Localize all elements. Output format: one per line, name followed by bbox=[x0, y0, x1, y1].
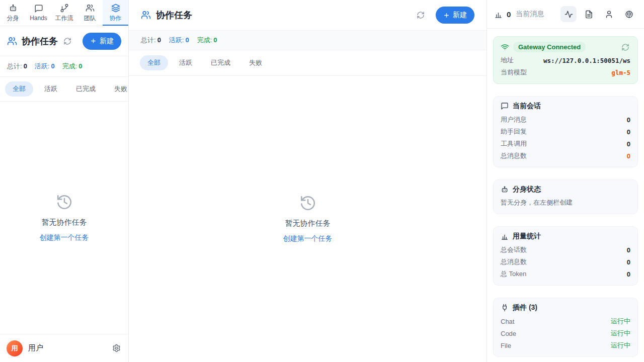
sidebar-filter-tabs: 全部 活跃 已完成 失败 bbox=[0, 77, 128, 102]
empty-message: 暂无协作任务 bbox=[42, 218, 87, 227]
right-panel-body: Gateway Connected 地址 ws://127.0.0.1:5005… bbox=[487, 29, 644, 362]
plugins-card-title: 插件 (3) bbox=[501, 303, 630, 312]
users-icon bbox=[141, 10, 151, 20]
message-count: 0 bbox=[507, 10, 511, 19]
session-row: 用户消息0 bbox=[501, 114, 630, 126]
message-count-label: 当前消息 bbox=[516, 10, 544, 19]
tab-active[interactable]: 活跃 bbox=[172, 55, 200, 70]
user-name: 用户 bbox=[28, 343, 43, 353]
new-task-label: 新建 bbox=[453, 11, 467, 20]
file-text-icon bbox=[585, 10, 593, 19]
history-icon bbox=[56, 194, 73, 218]
user-icon bbox=[605, 10, 613, 19]
current-session-card: 当前会话 用户消息0 助手回复0 工具调用0 总消息数0 bbox=[493, 96, 638, 167]
sidebar: 分身 Hands 工作流 团队 bbox=[0, 0, 129, 362]
session-row: 总消息数0 bbox=[501, 150, 630, 162]
nav-item-team[interactable]: 团队 bbox=[77, 0, 103, 26]
sidebar-refresh-button[interactable] bbox=[62, 36, 72, 46]
robot-icon bbox=[501, 186, 509, 194]
sidebar-task-list: 暂无协作任务 创建第一个任务 bbox=[0, 102, 128, 334]
sidebar-stats: 总计:0 活跃:0 完成:0 bbox=[0, 56, 128, 77]
nav-label: 协作 bbox=[110, 14, 122, 23]
sidebar-title: 协作任务 bbox=[22, 35, 58, 47]
avatar-status-card: 分身状态 暂无分身，在左侧栏创建 bbox=[493, 179, 638, 214]
brain-icon bbox=[625, 10, 633, 19]
tab-completed[interactable]: 已完成 bbox=[203, 55, 238, 70]
gateway-address-row: 地址 ws://127.0.0.1:50051/ws bbox=[501, 54, 630, 66]
user-tab-button[interactable] bbox=[601, 6, 617, 22]
main-content: 协作任务 新建 总计:0 活跃:0 完成:0 全部 活跃 已完成 失败 bbox=[129, 0, 487, 362]
logs-tab-button[interactable] bbox=[581, 6, 597, 22]
main-stats-bar: 总计:0 活跃:0 完成:0 bbox=[129, 31, 487, 50]
chat-bubble-icon bbox=[501, 102, 509, 110]
main-task-area: 暂无协作任务 创建第一个任务 bbox=[129, 76, 487, 362]
bar-chart-icon bbox=[494, 10, 503, 19]
session-row: 工具调用0 bbox=[501, 138, 630, 150]
stat-done: 完成:0 bbox=[62, 62, 83, 71]
tab-completed[interactable]: 已完成 bbox=[68, 81, 103, 97]
layers-icon bbox=[111, 4, 120, 13]
tab-all[interactable]: 全部 bbox=[5, 81, 33, 97]
gear-icon bbox=[112, 344, 121, 352]
stat-total: 总计:0 bbox=[141, 36, 161, 45]
address-label: 地址 bbox=[501, 56, 514, 65]
create-first-task-link[interactable]: 创建第一个任务 bbox=[40, 233, 89, 242]
right-panel: 0 当前消息 bbox=[487, 0, 644, 362]
create-first-task-link[interactable]: 创建第一个任务 bbox=[283, 234, 333, 243]
tab-active[interactable]: 活跃 bbox=[37, 81, 65, 97]
settings-button[interactable] bbox=[111, 343, 122, 353]
brain-tab-button[interactable] bbox=[621, 6, 637, 22]
team-icon bbox=[86, 4, 95, 13]
address-value: ws://127.0.0.1:50051/ws bbox=[543, 57, 630, 64]
plus-icon bbox=[90, 38, 97, 44]
sidebar-footer: 用 用户 bbox=[0, 334, 128, 362]
usage-stats-card: 用量统计 总会话数0 总消息数0 总 Token0 bbox=[493, 226, 638, 286]
plugin-row: File运行中 bbox=[501, 339, 630, 351]
plugin-row: Code运行中 bbox=[501, 327, 630, 339]
nav-label: 团队 bbox=[84, 14, 96, 23]
nav-item-workflow[interactable]: 工作流 bbox=[51, 0, 77, 26]
main-empty-state: 暂无协作任务 创建第一个任务 bbox=[283, 195, 333, 243]
empty-message: 暂无协作任务 bbox=[285, 219, 331, 228]
refresh-icon bbox=[621, 43, 629, 51]
usage-row: 总会话数0 bbox=[501, 244, 630, 256]
nav-item-hands[interactable]: Hands bbox=[26, 0, 51, 26]
right-panel-header: 0 当前消息 bbox=[487, 0, 644, 29]
robot-icon bbox=[9, 4, 18, 13]
nav-item-collaboration[interactable]: 协作 bbox=[103, 0, 128, 26]
plug-icon bbox=[501, 304, 509, 312]
tab-all[interactable]: 全部 bbox=[140, 55, 168, 70]
nav-item-avatars[interactable]: 分身 bbox=[0, 0, 26, 26]
page-title: 协作任务 bbox=[156, 9, 192, 21]
sidebar-new-task-button[interactable]: 新建 bbox=[83, 33, 121, 50]
users-icon bbox=[7, 36, 17, 46]
sidebar-empty-state: 暂无协作任务 创建第一个任务 bbox=[40, 194, 89, 242]
plugins-card: 插件 (3) Chat运行中 Code运行中 File运行中 bbox=[493, 298, 638, 357]
primary-nav: 分身 Hands 工作流 团队 bbox=[0, 0, 128, 26]
sidebar-header: 协作任务 新建 bbox=[0, 26, 128, 56]
avatar-status-title: 分身状态 bbox=[501, 185, 630, 194]
workflow-icon bbox=[60, 4, 69, 13]
main-header: 协作任务 新建 bbox=[129, 0, 487, 31]
activity-tab-button[interactable] bbox=[560, 6, 577, 22]
main-refresh-button[interactable] bbox=[416, 10, 426, 20]
bar-chart-icon bbox=[501, 232, 509, 240]
usage-row: 总消息数0 bbox=[501, 256, 630, 268]
nav-label: 分身 bbox=[7, 14, 19, 23]
app-window: 分身 Hands 工作流 团队 bbox=[0, 0, 644, 362]
session-card-title: 当前会话 bbox=[501, 102, 630, 111]
stat-total: 总计:0 bbox=[7, 62, 27, 71]
tab-failed[interactable]: 失败 bbox=[242, 55, 270, 70]
new-task-label: 新建 bbox=[100, 37, 114, 46]
right-panel-toolbar bbox=[560, 6, 637, 22]
stat-done: 完成:0 bbox=[197, 36, 217, 45]
stat-active: 活跃:0 bbox=[169, 36, 189, 45]
gateway-card-header: Gateway Connected bbox=[501, 42, 630, 52]
gateway-refresh-button[interactable] bbox=[620, 42, 630, 52]
refresh-icon bbox=[417, 11, 425, 19]
main-new-task-button[interactable]: 新建 bbox=[436, 7, 474, 24]
model-value: glm-5 bbox=[611, 69, 630, 76]
activity-icon bbox=[565, 10, 573, 19]
nav-label: 工作流 bbox=[55, 14, 73, 23]
usage-row: 总 Token0 bbox=[501, 268, 630, 280]
